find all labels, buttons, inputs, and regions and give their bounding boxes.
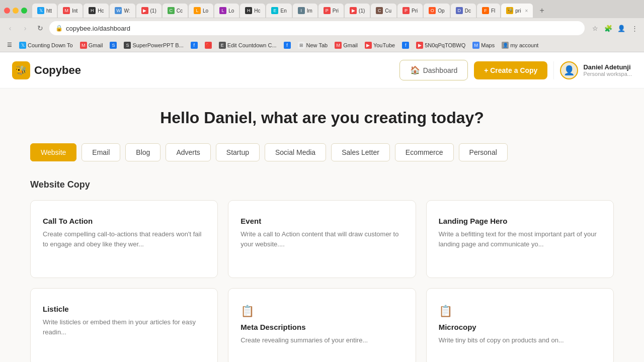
card-title: Listicle (43, 305, 205, 313)
card-desc: Write tiny bits of copy on products and … (439, 335, 601, 345)
address-bar-row: ‹ › ↻ 🔒 copybee.io/dashboard ☆ 🧩 👤 ⋮ (0, 18, 644, 38)
logo-text: Copybee (34, 64, 81, 77)
card-title: Event (240, 217, 403, 225)
section-title: Website Copy (30, 179, 614, 190)
tab-bar: 𝕏 htt M Int H Hc W W: ▶ (1) C Cc L Lo L (0, 0, 644, 18)
app-container: 🐝 Copybee 🏠 Dashboard + Create a Copy 👤 … (0, 52, 644, 362)
new-tab-button[interactable]: + (536, 5, 548, 17)
refresh-button[interactable]: ↻ (34, 22, 46, 34)
bookmark-fb2[interactable]: 🔴 (202, 41, 215, 50)
tab-lo1[interactable]: L Lo (189, 4, 213, 18)
bookmark-gmail2[interactable]: M Gmail (332, 41, 361, 50)
tab-en[interactable]: E En (266, 4, 291, 18)
browser-chrome: 𝕏 htt M Int H Hc W W: ▶ (1) C Cc L Lo L (0, 0, 644, 362)
category-tab-ecommerce[interactable]: Ecommerce (395, 143, 454, 161)
user-info: Daniel Adetunji Personal workspa... (583, 63, 632, 77)
category-tab-email[interactable]: Email (82, 143, 120, 161)
tab-pri-active[interactable]: 🐝 pri × (501, 4, 533, 18)
card-title: Microcopy (439, 323, 601, 331)
category-tab-blog[interactable]: Blog (125, 143, 160, 161)
bookmark-s[interactable]: S (107, 41, 120, 50)
card-desc: Write a befitting text for the most impo… (439, 229, 601, 249)
card-bottom-0[interactable]: Listicle Write listicles or embed them i… (30, 288, 218, 362)
bookmark-fb3[interactable]: f (281, 41, 294, 50)
bookmark-star-icon[interactable]: ☆ (590, 23, 601, 34)
bookmark-fb1[interactable]: f (188, 41, 201, 50)
card-title: Meta Descriptions (240, 323, 403, 331)
tab-hc1[interactable]: H Hc (84, 4, 109, 18)
card-desc: Create compelling call-to-actions that r… (43, 229, 205, 249)
tab-im[interactable]: I Im (293, 4, 317, 18)
cards-grid-bottom: Listicle Write listicles or embed them i… (30, 288, 614, 362)
card-icon: 📋 (439, 305, 601, 318)
category-tab-sales-letter[interactable]: Sales Letter (331, 143, 390, 161)
bookmark-menu-icon[interactable]: ☰ (4, 41, 15, 49)
tab-pri2[interactable]: P Pri (397, 4, 423, 18)
profile-icon[interactable]: 👤 (616, 23, 627, 34)
tab-cu[interactable]: C Cu (371, 4, 396, 18)
tab-lo2[interactable]: L Lo (214, 4, 239, 18)
logo-icon: 🐝 (12, 61, 30, 79)
user-workspace: Personal workspa... (583, 71, 632, 77)
card-0[interactable]: Call To Action Create compelling call-to… (30, 200, 218, 278)
tab-w[interactable]: W W: (110, 4, 135, 18)
card-2[interactable]: Landing Page Hero Write a befitting text… (426, 200, 614, 278)
bookmark-superpowerppt[interactable]: S SuperPowerPPT B... (121, 41, 186, 50)
tab-hc2[interactable]: H Hc (240, 4, 265, 18)
cards-grid: Call To Action Create compelling call-to… (30, 200, 614, 278)
card-title: Call To Action (43, 217, 205, 225)
tab-yt2[interactable]: ▶ (1) (345, 4, 370, 18)
tab-op[interactable]: O Op (424, 4, 449, 18)
extension-puzzle-icon[interactable]: 🧩 (603, 23, 614, 34)
avatar: 👤 (560, 61, 578, 79)
close-window-btn[interactable] (4, 8, 10, 14)
card-bottom-2[interactable]: 📋 Microcopy Write tiny bits of copy on p… (426, 288, 614, 362)
card-bottom-1[interactable]: 📋 Meta Descriptions Create revealing sum… (228, 288, 416, 362)
tab-twitter[interactable]: 𝕏 htt (32, 4, 57, 18)
dashboard-button[interactable]: 🏠 Dashboard (399, 60, 468, 80)
browser-menu-icon[interactable]: ⋮ (629, 23, 640, 34)
bookmark-maps[interactable]: M Maps (469, 41, 498, 50)
card-icon: 📋 (240, 305, 403, 318)
maximize-window-btn[interactable] (21, 8, 27, 14)
logo: 🐝 Copybee (12, 61, 81, 79)
card-desc: Write a call to Action content that will… (240, 229, 403, 249)
greeting-text: Hello Daniel, what are you creating toda… (30, 109, 614, 127)
tab-gmail1[interactable]: M Int (58, 4, 83, 18)
tab-pri1[interactable]: P Pri (318, 4, 344, 18)
tab-yt1[interactable]: ▶ (1) (136, 4, 162, 18)
card-desc: Create revealing summaries of your entir… (240, 335, 403, 345)
tab-close-icon[interactable]: × (525, 8, 528, 14)
tab-fl[interactable]: F Fl (477, 4, 500, 18)
app-header: 🐝 Copybee 🏠 Dashboard + Create a Copy 👤 … (0, 52, 644, 88)
back-button[interactable]: ‹ (4, 22, 16, 34)
bookmark-gmail1[interactable]: M Gmail (77, 41, 106, 50)
card-1[interactable]: Event Write a call to Action content tha… (228, 200, 416, 278)
category-tab-social-media[interactable]: Social Media (265, 143, 326, 161)
category-tab-website[interactable]: Website (30, 143, 76, 161)
bookmark-newtab[interactable]: ⊞ New Tab (295, 41, 331, 50)
user-section: 👤 Daniel Adetunji Personal workspa... (553, 61, 632, 79)
minimize-window-btn[interactable] (13, 8, 19, 14)
bookmark-countdown-edit[interactable]: E Edit Countdown C... (216, 41, 280, 50)
header-right: 🏠 Dashboard + Create a Copy 👤 Daniel Ade… (399, 60, 632, 80)
bookmark-youtube[interactable]: ▶ YouTube (362, 41, 398, 50)
tab-dc[interactable]: D Dc (451, 4, 476, 18)
category-tab-startup[interactable]: Startup (216, 143, 260, 161)
tab-cc[interactable]: C Cc (163, 4, 188, 18)
address-field[interactable]: 🔒 copybee.io/dashboard (49, 21, 585, 35)
bookmark-fb4[interactable]: f (399, 41, 412, 50)
category-tab-adverts[interactable]: Adverts (166, 143, 210, 161)
bookmark-5n0q[interactable]: ▶ 5N0qPqTOBWQ (413, 41, 468, 50)
card-title: Landing Page Hero (439, 217, 601, 225)
create-copy-button[interactable]: + Create a Copy (474, 61, 547, 79)
bookmark-myaccount[interactable]: 👤 my account (499, 41, 541, 50)
category-tabs: WebsiteEmailBlogAdvertsStartupSocial Med… (30, 143, 614, 161)
category-tab-personal[interactable]: Personal (459, 143, 508, 161)
address-text: copybee.io/dashboard (66, 25, 130, 32)
user-name: Daniel Adetunji (583, 63, 632, 71)
forward-button[interactable]: › (19, 22, 31, 34)
bookmarks-bar: ☰ 𝕏 Counting Down To M Gmail S S SuperPo… (0, 38, 644, 52)
main-content: Hello Daniel, what are you creating toda… (0, 88, 644, 362)
bookmark-counting[interactable]: 𝕏 Counting Down To (16, 41, 76, 50)
